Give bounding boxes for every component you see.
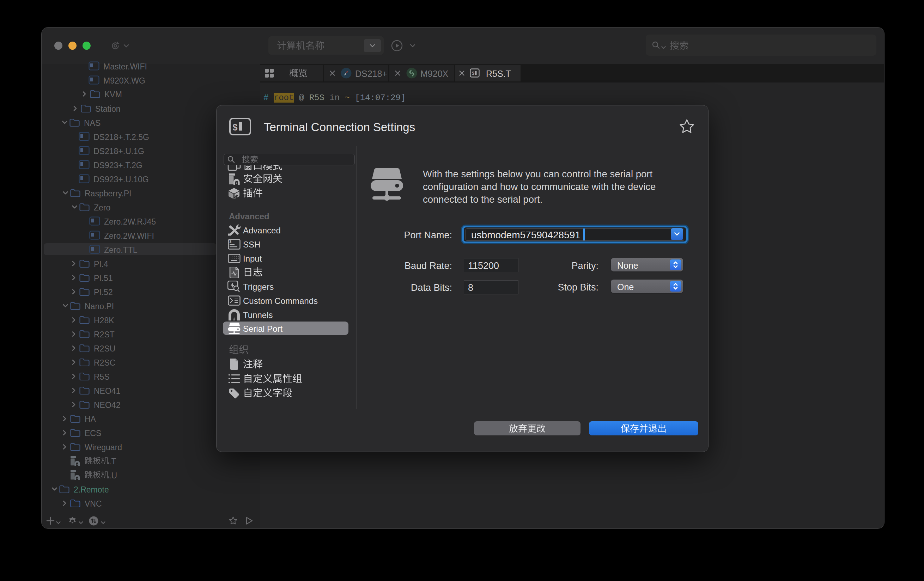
svg-text:$: $ xyxy=(229,240,232,244)
svg-text:$: $ xyxy=(472,71,475,76)
svg-text:$: $ xyxy=(233,122,238,132)
